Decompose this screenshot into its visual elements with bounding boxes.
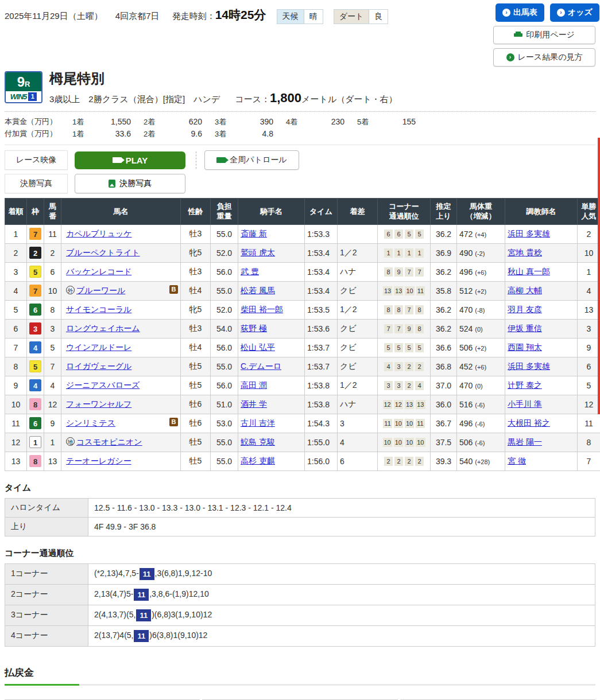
horse-name-cell: ロングウェイホーム: [61, 319, 181, 338]
horse-link[interactable]: ジーニアスバローズ: [66, 380, 140, 390]
horse-link[interactable]: ブルーワール: [76, 286, 125, 295]
result-row: 857ロイガヴェーグル牡555.0C.デムーロ1:53.7クビ432236.84…: [5, 357, 600, 376]
finish-photo-button[interactable]: 決勝写真: [75, 174, 185, 193]
jockey-link[interactable]: 荻野 極: [241, 324, 267, 333]
last-3f-cell: 36.7: [431, 414, 457, 433]
jockey-link[interactable]: 酒井 学: [241, 399, 267, 409]
win-popularity-cell: 11: [578, 414, 600, 433]
result-row: 222ブルーペクトライト牝552.0鷲頭 虎太1:53.41／2111136.9…: [5, 243, 600, 262]
horse-number-cell: 12: [44, 395, 61, 414]
trainer-link[interactable]: 秋山 真一郎: [508, 267, 550, 276]
corner-position: 5: [405, 230, 413, 239]
results-guide-button[interactable]: ›レース結果の見方: [493, 48, 595, 67]
finish-position-cell: 9: [5, 376, 27, 395]
play-button[interactable]: PLAY: [75, 151, 185, 169]
horse-link[interactable]: シンリミテス: [66, 418, 115, 427]
trainer-link[interactable]: 羽月 友彦: [508, 305, 542, 314]
horse-link[interactable]: フォーワンセルフ: [66, 399, 131, 409]
win-popularity-cell: 7: [578, 452, 600, 470]
corner-position: 2: [405, 362, 413, 371]
horse-link[interactable]: ロイガヴェーグル: [66, 361, 131, 371]
result-row: 13813テーオーレガシー牡555.0高杉 吏麒1:56.06222239.35…: [5, 452, 600, 470]
body-weight-cell: 470 (0): [457, 376, 505, 395]
carried-weight-cell: 52.0: [211, 243, 238, 262]
body-weight-diff: (0): [475, 383, 482, 390]
trainer-cell: 西園 翔太: [505, 338, 578, 357]
horse-link[interactable]: ウインアルドーレ: [66, 343, 131, 352]
prize-amount: 620: [165, 116, 202, 128]
results-column-header: 調教師名: [505, 199, 578, 225]
corner-order-cell: 4322: [378, 357, 431, 376]
horse-link[interactable]: ロングウェイホーム: [66, 324, 140, 333]
jockey-link[interactable]: 鮫島 克駿: [241, 437, 275, 446]
jockey-link[interactable]: 松若 風馬: [241, 286, 275, 295]
trainer-link[interactable]: 西園 翔太: [508, 343, 542, 352]
corner-order-value: 2(4,13,7)(5,11)(6,8)3(1,9,10)12: [88, 605, 595, 625]
jockey-link[interactable]: 柴田 裕一郎: [241, 305, 283, 314]
corner-position: 11: [416, 286, 425, 295]
print-page-button[interactable]: 印刷用ページ: [493, 26, 595, 44]
corner-order-value: 2(13,7)4(5,11)6(3,8)1(9,10)12: [88, 625, 595, 646]
jockey-link[interactable]: C.デムーロ: [241, 361, 281, 371]
race-date-line: 2025年11月29日（土曜） 4回京都7日 発走時刻：14時25分 天候 晴 …: [5, 3, 388, 24]
body-weight-diff: (+6): [475, 269, 486, 276]
body-weight-diff: (+2): [475, 288, 486, 295]
corner-position: 10: [394, 438, 403, 447]
trainer-link[interactable]: 浜田 多実雄: [508, 361, 550, 371]
race-number-badge: 9R WIN5 1: [5, 71, 42, 103]
results-column-header: 騎手名: [238, 199, 305, 225]
prize-place-label: 1着: [72, 129, 94, 140]
jockey-link[interactable]: 古川 吉洋: [241, 418, 275, 427]
play-button-label: PLAY: [126, 155, 148, 165]
trainer-link[interactable]: 高柳 大輔: [508, 286, 542, 295]
jockey-link[interactable]: 武 豊: [241, 267, 259, 276]
carried-weight-cell: 55.0: [211, 433, 238, 452]
win-popularity-cell: 1: [578, 262, 600, 281]
jockey-cell: C.デムーロ: [238, 357, 305, 376]
body-weight-value: 524: [459, 324, 475, 333]
trainer-link[interactable]: 大根田 裕之: [508, 418, 550, 427]
payout-underline: [5, 684, 595, 686]
results-column-header: 枠: [27, 199, 44, 225]
trainer-link[interactable]: 浜田 多実雄: [508, 229, 550, 238]
trainer-link[interactable]: 辻野 泰之: [508, 380, 542, 390]
jockey-link[interactable]: 高田 潤: [241, 380, 267, 390]
added-prize-row: 付加賞（万円） 1着33.62着9.63着4.8: [5, 128, 595, 140]
horse-link[interactable]: カペルブリュッケ: [66, 229, 132, 238]
results-header-row: 着順枠馬 番馬名性齢負担 重量騎手名タイム着差コーナー 通過順位推定 上り馬体重…: [5, 199, 600, 225]
prize-place-label: 5着: [357, 116, 379, 128]
horse-link[interactable]: サイモンコーラル: [66, 305, 131, 314]
odds-button[interactable]: ›オッズ: [550, 3, 599, 22]
horse-link[interactable]: ブルーペクトライト: [66, 248, 140, 257]
trainer-link[interactable]: 宮地 貴稔: [508, 248, 542, 257]
trainer-link[interactable]: 伊坂 重信: [508, 324, 542, 333]
corner-order-cell: 5555: [378, 338, 431, 357]
frame-number-cell: 3: [27, 319, 44, 338]
entries-button[interactable]: ›出馬表: [496, 3, 544, 22]
prize-place-label: 3着: [215, 129, 237, 140]
corner-order-row: 3コーナー2(4,13,7)(5,11)(6,8)3(1,9,10)12: [5, 605, 595, 625]
margin-cell: 1／2: [338, 376, 378, 395]
horse-link[interactable]: コスモオピニオン: [76, 437, 142, 446]
trainer-link[interactable]: 小手川 準: [508, 399, 542, 409]
horse-link[interactable]: テーオーレガシー: [66, 456, 131, 465]
corner-position: 10: [405, 419, 414, 428]
trainer-link[interactable]: 黒岩 陽一: [508, 437, 542, 446]
jockey-link[interactable]: 松山 弘平: [241, 343, 275, 352]
horse-link[interactable]: バッケンレコード: [66, 267, 131, 276]
weather-value: 晴: [304, 10, 323, 24]
trainer-link[interactable]: 宮 徹: [508, 456, 526, 465]
corner-order-post: )6(3,8)1(9,10)12: [149, 631, 207, 640]
corner-order-row: 1コーナー(*2,13)4,7,5-11,3(6,8)1,9,12-10: [5, 563, 595, 584]
result-row: 633ロングウェイホーム牡354.0荻野 極1:53.6クビ779836.252…: [5, 319, 600, 338]
jockey-link[interactable]: 鷲頭 虎太: [241, 248, 275, 257]
trainer-cell: 秋山 真一郎: [505, 262, 578, 281]
entries-button-label: 出馬表: [513, 7, 537, 18]
result-row: 944ジーニアスバローズ牡556.0高田 潤1:53.81／2332437.04…: [5, 376, 600, 395]
patrol-video-button[interactable]: 全周パトロール: [204, 150, 299, 170]
body-weight-value: 506: [459, 343, 475, 352]
result-row: 356バッケンレコード牡356.0武 豊1:53.4ハナ897736.2496 …: [5, 262, 600, 281]
corner-position: 4: [415, 381, 424, 390]
jockey-link[interactable]: 高杉 吏麒: [241, 456, 275, 465]
jockey-link[interactable]: 斎藤 新: [241, 229, 267, 238]
